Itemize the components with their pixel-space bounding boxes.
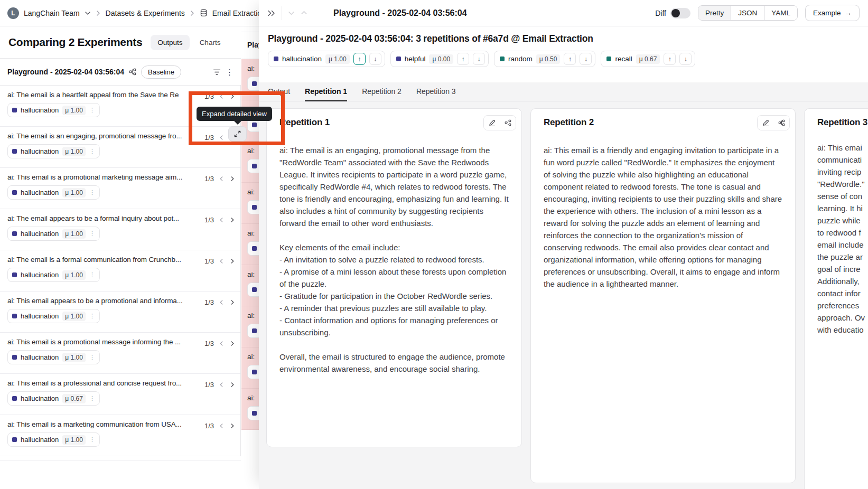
tooltip-caret [234,121,241,125]
output-summary-text: ai: This email is a promotional message … [7,338,181,346]
metric-value: μ 0.67 [62,394,86,403]
feedback-badge[interactable]: hallucination μ 1.00 ⋮ [7,144,100,158]
prev-repetition-icon[interactable] [219,93,225,99]
repetition-pagination: 1/3 [204,422,214,430]
open-trace-tree-icon[interactable] [773,116,789,130]
hidden-output-fragment: ai: [247,188,259,196]
prev-repetition-icon[interactable] [219,176,225,182]
database-icon [200,9,208,17]
experiment-name[interactable]: Playground - 2025-02-04 03:56:04 [7,68,124,76]
breadcrumb-dataset[interactable]: Email Extraction [212,9,266,17]
trace-tree-icon[interactable] [129,68,136,76]
tab-output[interactable]: Output [268,82,290,101]
kebab-icon[interactable]: ⋮ [89,230,95,237]
feedback-badge[interactable]: hallucination μ 1.00 ⋮ [7,185,100,200]
prev-row-icon[interactable] [288,10,295,16]
diff-toggle[interactable] [670,8,690,18]
experiment-output-row[interactable]: ai: This email is a professional and con… [0,374,240,415]
collapse-panel-icon[interactable] [267,10,276,17]
metric-color-square [12,355,17,360]
kebab-icon[interactable]: ⋮ [89,395,95,402]
edit-pencil-icon[interactable] [758,116,773,130]
tab-outputs[interactable]: Outputs [151,35,189,50]
feedback-badge[interactable]: hallucination μ 1.00 ⋮ [7,268,100,282]
metric-mean-value: μ 0.00 [429,54,453,64]
format-segmented-control: Pretty JSON YAML [698,5,798,21]
repetition-pagination: 1/3 [204,381,214,389]
card-title: Repetition 2 [544,117,594,128]
tab-repetition-3[interactable]: Repetition 3 [416,82,456,101]
experiment-output-row[interactable]: ai: The email is an engaging, promotiona… [0,127,240,168]
experiment-output-row[interactable]: ai: This email is a promotional marketin… [0,168,240,209]
sort-descending-button[interactable]: ↓ [580,53,592,65]
feedback-badge[interactable]: hallucination μ 1.00 ⋮ [7,227,100,241]
edit-pencil-icon[interactable] [484,116,500,130]
kebab-icon[interactable]: ⋮ [89,313,95,319]
sort-descending-button[interactable]: ↓ [473,53,485,65]
experiment-output-row[interactable]: ai: The email appears to be a formal inq… [0,209,240,250]
prev-repetition-icon[interactable] [219,299,225,305]
kebab-icon[interactable]: ⋮ [89,271,95,278]
feedback-badge[interactable]: hallucination μ 1.00 ⋮ [7,103,100,117]
feedback-badge[interactable]: hallucination μ 0.67 ⋮ [7,391,100,406]
next-repetition-icon[interactable] [229,93,235,99]
kebab-icon[interactable]: ⋮ [89,148,95,155]
breadcrumb-section[interactable]: Datasets & Experiments [106,9,185,17]
kebab-icon[interactable]: ⋮ [89,354,95,361]
next-repetition-icon[interactable] [229,341,235,346]
format-yaml-button[interactable]: YAML [764,6,797,20]
tab-charts[interactable]: Charts [193,35,228,50]
hidden-column-row: ai: [241,306,259,347]
sort-descending-button[interactable]: ↓ [369,53,381,65]
experiment-output-row[interactable]: ai: This email is a promotional message … [0,333,240,374]
open-trace-tree-icon[interactable] [500,116,516,130]
breadcrumb-team[interactable]: LangChain Team [24,9,80,17]
prev-repetition-icon[interactable] [219,382,225,388]
sort-ascending-button[interactable]: ↑ [457,53,469,65]
next-repetition-icon[interactable] [229,176,235,182]
experiment-output-row[interactable]: ai: This email is a marketing communicat… [0,415,240,456]
feedback-badge[interactable]: hallucination μ 1.00 ⋮ [7,350,100,364]
metric-value: μ 1.00 [62,188,86,198]
sort-ascending-button[interactable]: ↑ [564,53,576,65]
prev-repetition-icon[interactable] [219,341,225,346]
next-repetition-icon[interactable] [229,258,235,264]
feedback-badge[interactable]: hallucination μ 1.00 ⋮ [7,432,100,447]
experiment-output-row[interactable]: ai: This email appears to be a promotion… [0,291,240,333]
kebab-icon[interactable]: ⋮ [89,189,95,196]
example-button[interactable]: Example → [805,5,860,21]
experiment-output-row[interactable]: ai: The email is a formal communication … [0,250,240,291]
next-repetition-icon[interactable] [229,299,235,305]
kebab-icon[interactable]: ⋮ [89,436,95,443]
format-pretty-button[interactable]: Pretty [698,6,731,20]
metric-name: hallucination [21,147,59,155]
org-avatar[interactable]: L [7,7,19,19]
chevron-down-icon[interactable] [85,10,91,16]
prev-repetition-icon[interactable] [219,423,225,429]
tab-repetition-2[interactable]: Repetition 2 [362,82,402,101]
hidden-column-row: ai: [241,59,259,100]
metric-mean-value: μ 0.67 [636,54,660,64]
expand-detailed-view-button[interactable] [228,126,247,142]
detail-header: Playground - 2025-02-04 03:56:04 Diff Pr… [259,0,868,26]
next-repetition-icon[interactable] [229,423,235,429]
next-repetition-icon[interactable] [229,217,235,223]
hidden-feedback-badge [247,324,259,338]
prev-repetition-icon[interactable] [219,217,225,223]
kebab-icon[interactable]: ⋮ [89,107,95,114]
feedback-badge[interactable]: hallucination μ 1.00 ⋮ [7,309,100,323]
filter-icon[interactable] [213,69,221,76]
sort-ascending-button[interactable]: ↑ [353,53,366,65]
kebab-menu-icon[interactable]: ⋮ [226,68,234,76]
hidden-column-row: ai: [241,265,259,306]
next-repetition-icon[interactable] [229,382,235,388]
sort-ascending-button[interactable]: ↑ [664,53,676,65]
prev-repetition-icon[interactable] [219,135,225,140]
format-json-button[interactable]: JSON [731,6,764,20]
sort-descending-button[interactable]: ↓ [679,53,692,65]
metric-name: hallucination [21,230,59,238]
tab-repetition-1[interactable]: Repetition 1 [305,82,347,101]
prev-repetition-icon[interactable] [219,258,225,264]
next-row-icon[interactable] [301,10,307,16]
hidden-column-row: ai: [241,347,259,389]
